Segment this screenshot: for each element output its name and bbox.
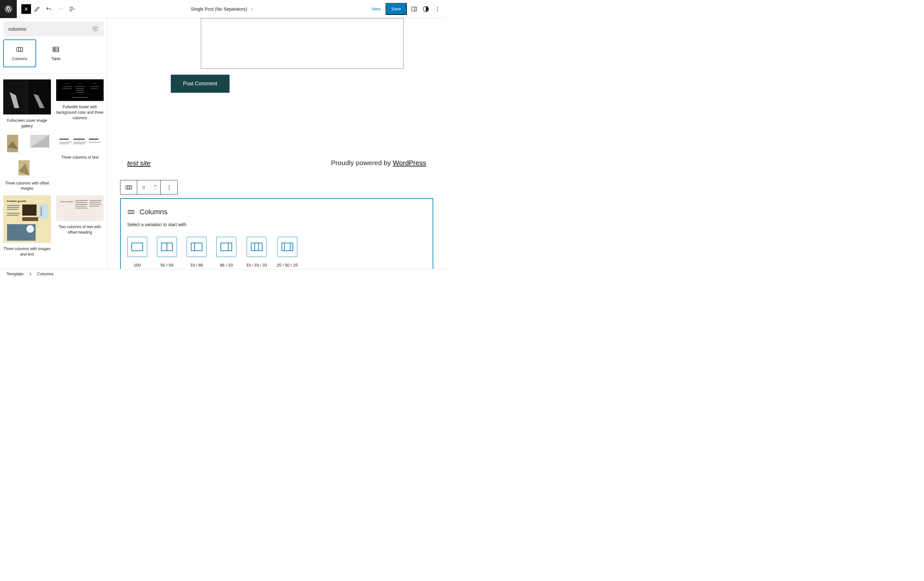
pattern-item[interactable]: Oceanic Inspiration Two columns of text … xyxy=(56,195,104,257)
var-label: 100 xyxy=(134,263,141,268)
svg-rect-86 xyxy=(191,243,202,251)
svg-rect-24 xyxy=(91,86,99,87)
pattern-item[interactable]: Three columns of text xyxy=(56,133,104,192)
pattern-preview xyxy=(56,133,104,152)
variation-66-33[interactable]: 66 / 33 xyxy=(216,237,236,268)
variation-33-66[interactable]: 33 / 66 xyxy=(186,237,206,268)
options-button[interactable] xyxy=(432,3,443,15)
pattern-item[interactable]: LocationPagesFollow Fullwidth footer wit… xyxy=(56,79,104,129)
svg-rect-61 xyxy=(75,204,88,205)
tools-button[interactable] xyxy=(31,3,43,15)
drag-handle[interactable] xyxy=(137,180,150,195)
var-label: 33 / 33 / 33 xyxy=(246,263,267,268)
save-button[interactable]: Save xyxy=(386,3,407,15)
svg-rect-49 xyxy=(22,205,36,215)
undo-button[interactable] xyxy=(43,3,54,15)
svg-rect-11 xyxy=(53,47,59,52)
svg-rect-43 xyxy=(89,142,101,142)
block-type-button[interactable] xyxy=(120,180,137,195)
svg-rect-93 xyxy=(282,243,293,251)
close-icon xyxy=(23,6,29,12)
svg-rect-53 xyxy=(7,215,18,215)
variation-list: 100 50 / 50 33 / 66 66 / 33 33 / 33 / 33 xyxy=(127,237,426,268)
pattern-item[interactable]: Positive growth. Three columns with imag… xyxy=(3,195,51,257)
svg-point-75 xyxy=(142,189,143,189)
search-input[interactable] xyxy=(8,26,92,31)
chevron-up-icon xyxy=(153,184,158,187)
svg-rect-8 xyxy=(17,48,23,51)
pattern-preview: LocationPagesFollow xyxy=(56,79,104,101)
pattern-results: Fullscreen cover image gallery LocationP… xyxy=(0,74,107,262)
undo-icon xyxy=(45,5,52,13)
columns-icon xyxy=(125,184,133,191)
svg-point-72 xyxy=(144,186,145,187)
redo-button xyxy=(55,3,66,15)
svg-rect-40 xyxy=(74,142,86,142)
pattern-label: Fullscreen cover image gallery xyxy=(3,118,51,129)
svg-rect-64 xyxy=(89,200,101,201)
inserter-sidebar: Columns Table Fullscreen cover image gal… xyxy=(0,18,107,269)
pattern-item[interactable]: Fullscreen cover image gallery xyxy=(3,79,51,129)
breadcrumb-root[interactable]: Template xyxy=(7,271,23,276)
block-table[interactable]: Table xyxy=(40,40,72,67)
document-title[interactable]: Single Post (No Separators) xyxy=(78,7,367,12)
view-link[interactable]: View xyxy=(368,7,384,11)
variation-100[interactable]: 100 xyxy=(127,237,147,268)
block-toolbar xyxy=(120,180,178,195)
svg-point-74 xyxy=(144,187,145,188)
svg-rect-46 xyxy=(7,205,20,206)
svg-text:Positive growth.: Positive growth. xyxy=(7,200,27,203)
svg-rect-80 xyxy=(128,210,134,214)
variation-25-50-25[interactable]: 25 / 50 / 25 xyxy=(277,237,298,268)
variation-33-33-33[interactable]: 33 / 33 / 33 xyxy=(246,237,267,268)
svg-text:Location: Location xyxy=(64,83,69,84)
pencil-icon xyxy=(34,5,41,13)
settings-panel-button[interactable] xyxy=(409,3,420,15)
svg-rect-67 xyxy=(89,206,99,207)
var-label: 66 / 33 xyxy=(220,263,233,268)
more-vertical-icon xyxy=(434,5,441,13)
svg-rect-1 xyxy=(412,7,417,11)
wordpress-logo[interactable] xyxy=(0,0,17,18)
var-icon xyxy=(131,243,143,251)
columns-icon xyxy=(16,46,23,53)
var-icon xyxy=(191,243,203,251)
close-button[interactable] xyxy=(21,4,31,14)
listview-icon xyxy=(68,5,76,13)
svg-point-71 xyxy=(142,186,143,187)
wordpress-link[interactable]: WordPress xyxy=(393,159,426,166)
svg-rect-62 xyxy=(75,206,86,207)
svg-rect-47 xyxy=(7,207,19,208)
redo-icon xyxy=(57,5,64,13)
site-footer: test site Proudly powered by WordPress xyxy=(120,159,433,167)
svg-rect-48 xyxy=(7,209,18,210)
var-icon xyxy=(161,243,173,251)
svg-point-4 xyxy=(437,7,438,8)
styles-button[interactable] xyxy=(420,3,431,15)
block-options-button[interactable] xyxy=(160,180,177,195)
svg-point-77 xyxy=(168,185,170,186)
svg-text:Follow: Follow xyxy=(92,83,97,84)
block-columns[interactable]: Columns xyxy=(3,40,36,67)
post-comment-button[interactable]: Post Comment xyxy=(171,74,229,93)
pattern-label: Three columns of text xyxy=(61,155,99,160)
listview-button[interactable] xyxy=(66,3,78,15)
site-title-link[interactable]: test site xyxy=(127,159,150,167)
pattern-preview: Positive growth. xyxy=(3,195,51,243)
svg-text:Oceanic Inspiration: Oceanic Inspiration xyxy=(60,201,73,203)
svg-rect-37 xyxy=(59,142,71,142)
variation-50-50[interactable]: 50 / 50 xyxy=(157,237,177,268)
comment-textarea[interactable] xyxy=(201,18,404,69)
svg-rect-50 xyxy=(38,205,48,219)
svg-rect-17 xyxy=(28,79,51,114)
pattern-preview: Oceanic Inspiration xyxy=(56,195,104,221)
svg-point-56 xyxy=(26,225,34,233)
svg-point-73 xyxy=(142,187,143,188)
svg-rect-65 xyxy=(89,202,101,203)
move-buttons[interactable] xyxy=(150,180,160,195)
clear-search-icon[interactable] xyxy=(92,25,99,32)
pattern-item[interactable]: Three columns with offset images xyxy=(3,133,51,192)
svg-rect-25 xyxy=(62,88,71,89)
svg-point-5 xyxy=(437,8,438,9)
powered-by: Proudly powered by WordPress xyxy=(331,159,426,167)
